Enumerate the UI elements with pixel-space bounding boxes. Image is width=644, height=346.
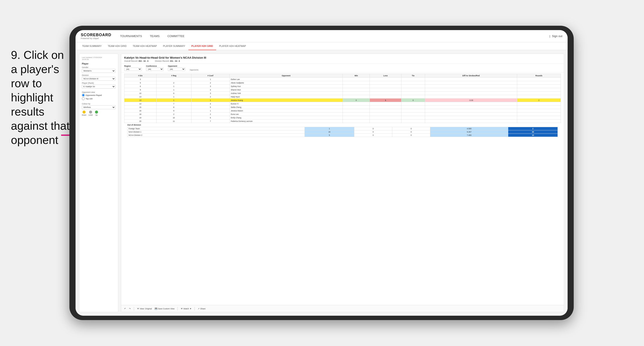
gender-label: Gender	[82, 66, 116, 68]
table-row[interactable]: 1474Eunice Yi	[124, 102, 561, 106]
right-panel: Katelyn Vo Head-to-Head Grid for Women's…	[121, 54, 564, 312]
tab-team-summary[interactable]: TEAM SUMMARY	[79, 42, 105, 50]
table-cell: Federica Domecq Lacroze	[230, 120, 342, 123]
table-cell	[343, 85, 370, 88]
table-cell	[425, 109, 517, 113]
table-row[interactable]: 1311Jessica Huang010-3.002	[124, 99, 561, 102]
dot-up	[95, 111, 98, 114]
table-cell: 5	[191, 106, 230, 109]
nav-items: TOURNAMENTS TEAMS COMMITTEE	[120, 33, 550, 39]
opponents-played-option[interactable]: Opponents Played	[82, 94, 116, 97]
table-cell: 1	[370, 99, 401, 102]
save-custom-view-btn[interactable]: 💾 Save Custom View	[155, 308, 174, 310]
filter-group-conference: Conference (All)	[146, 65, 164, 71]
view-original-btn[interactable]: 👁 View: Original	[137, 308, 152, 310]
top-nav: SCOREBOARD Powered by clippd TOURNAMENTS…	[76, 30, 568, 42]
share-btn[interactable]: ↗ Share	[198, 308, 206, 310]
table-cell: 1	[191, 78, 230, 81]
tab-player-h2h-grid[interactable]: PLAYER H2H GRID	[188, 42, 216, 50]
table-cell: 1	[156, 95, 191, 99]
table-cell: 13	[124, 95, 156, 99]
tablet-shell: SCOREBOARD Powered by clippd TOURNAMENTS…	[70, 26, 574, 320]
table-row[interactable]: 1063Andrea York	[124, 92, 561, 95]
colour-by-select[interactable]: Win/loss	[82, 105, 116, 109]
ood-row[interactable]: NCAA Division 25007.40010	[128, 134, 558, 137]
conference-filter-select[interactable]: (All)	[146, 68, 164, 71]
undo-btn[interactable]: ↶	[124, 308, 126, 310]
bottom-toolbar: ↶ ↷ 👁 View: Original 💾 Save Custom View …	[121, 305, 564, 312]
table-cell: 1	[156, 88, 191, 92]
table-cell	[401, 81, 425, 85]
division-label: Division	[82, 74, 116, 76]
tab-team-h2h-grid[interactable]: TEAM H2H GRID	[105, 42, 130, 50]
region-filter-select[interactable]: (All)	[124, 68, 142, 71]
table-cell	[517, 106, 561, 109]
table-cell	[370, 116, 401, 120]
opponent-filter-select[interactable]: (All)	[168, 68, 185, 71]
table-cell	[401, 95, 425, 99]
ood-table: Foreign Team1004.5002NAIA Division 11500…	[127, 127, 558, 137]
table-cell: 1	[191, 99, 230, 102]
table-row[interactable]: 20117Federica Domecq Lacroze	[124, 120, 561, 123]
tab-player-h2h-heatmap[interactable]: PLAYER H2H HEATMAP	[216, 42, 249, 50]
sign-out-link[interactable]: Sign out	[552, 34, 562, 38]
col-tie: Tie	[401, 74, 425, 78]
table-row[interactable]: 1312Haeji Hyun	[124, 95, 561, 99]
table-cell	[425, 78, 517, 81]
table-cell: 0	[343, 99, 370, 102]
table-row[interactable]: 1691Jessica Mason	[124, 109, 561, 113]
table-row[interactable]: 19106Emily Chang	[124, 116, 561, 120]
out-of-division: Out of division Foreign Team1004.5002NAI…	[124, 123, 561, 139]
ood-row[interactable]: NAIA Division 115009.26730	[128, 130, 558, 134]
table-cell	[401, 88, 425, 92]
gender-select[interactable]: Women's	[82, 69, 116, 73]
division-select[interactable]: NCAA Division III	[82, 77, 116, 81]
panel-records: Overall Record: 353 - 34 - 6 Division Re…	[124, 60, 561, 62]
table-cell	[517, 102, 561, 106]
table-cell	[517, 116, 561, 120]
table-cell	[343, 120, 370, 123]
instruction-text: 9. Click on a player's row to highlight …	[11, 48, 72, 147]
table-cell	[343, 109, 370, 113]
grid-container: # Div # Reg # Conf Opponent Win Loss Tie…	[121, 72, 564, 305]
top-100-option[interactable]: Top 100	[82, 97, 116, 100]
table-cell: 2	[191, 81, 230, 85]
table-cell: 9	[124, 88, 156, 92]
table-row[interactable]: 613Sydney Kuo	[124, 85, 561, 88]
ood-row[interactable]: Foreign Team1004.5002	[128, 127, 558, 130]
watch-btn[interactable]: 👁 Watch ▼	[181, 308, 192, 310]
table-cell	[517, 78, 561, 81]
table-row[interactable]: 914Sharon Mun	[124, 88, 561, 92]
table-cell	[517, 113, 561, 116]
table-cell	[370, 81, 401, 85]
table-cell: 7	[156, 102, 191, 106]
tab-team-h2h-heatmap[interactable]: TEAM H2H HEATMAP	[130, 42, 160, 50]
table-row[interactable]: 1822Euna Lee	[124, 113, 561, 116]
nav-tournaments[interactable]: TOURNAMENTS	[120, 33, 142, 39]
table-cell	[425, 102, 517, 106]
table-row[interactable]: 522Alexis Sudjianto	[124, 81, 561, 85]
table-cell: Euna Lee	[230, 113, 342, 116]
table-cell: Sharon Mun	[230, 88, 342, 92]
table-cell	[425, 113, 517, 116]
table-cell: 0	[401, 99, 425, 102]
table-cell: 2	[156, 81, 191, 85]
tab-player-summary[interactable]: PLAYER SUMMARY	[160, 42, 188, 50]
table-cell	[425, 81, 517, 85]
table-cell	[370, 88, 401, 92]
table-row[interactable]: 1585Stella Cheng	[124, 106, 561, 109]
redo-btn[interactable]: ↷	[129, 308, 131, 310]
player-rank-select[interactable]: 8. Katelyn Vo	[82, 85, 116, 89]
table-cell: 4	[191, 102, 230, 106]
table-cell	[343, 116, 370, 120]
table-row[interactable]: 31Esther Lee	[124, 78, 561, 81]
table-cell: 1	[156, 99, 191, 102]
main-content: Last Updated: 27/03/2024 16:55:28 Player…	[76, 50, 568, 316]
nav-committee[interactable]: COMMITTEE	[168, 33, 184, 39]
col-div: # Div	[124, 74, 156, 78]
table-cell: 1	[191, 109, 230, 113]
sidebar-timestamp: Last Updated: 27/03/2024 16:55:28	[82, 56, 116, 60]
dot-up-group: Up	[95, 111, 98, 116]
table-cell: 3	[124, 78, 156, 81]
nav-teams[interactable]: TEAMS	[150, 33, 160, 39]
